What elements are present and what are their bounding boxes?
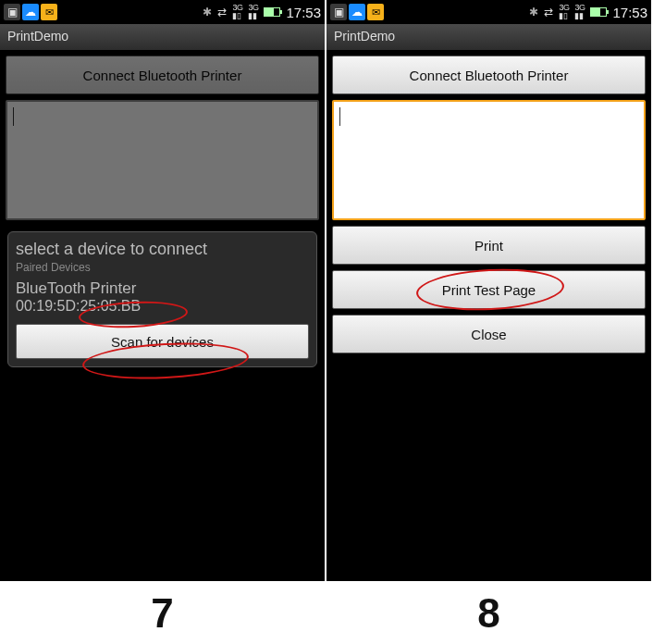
dialog-title: select a device to connect	[16, 240, 309, 259]
close-button[interactable]: Close	[332, 315, 646, 353]
print-test-page-button[interactable]: Print Test Page	[332, 270, 646, 309]
signal-3g-1-icon: 3G▮▯	[559, 4, 569, 20]
paired-device-address: 00:19:5D:25:05:BB	[16, 298, 309, 315]
bluetooth-icon: ✱	[529, 6, 538, 19]
gallery-icon: ▣	[4, 4, 20, 20]
dialog-subtitle: Paired Devices	[16, 261, 309, 274]
print-text-input[interactable]	[6, 100, 319, 220]
bluetooth-icon: ✱	[203, 6, 212, 19]
device-select-dialog: select a device to connect Paired Device…	[7, 231, 317, 367]
gallery-icon: ▣	[330, 4, 347, 20]
mail-icon: ✉	[367, 4, 384, 20]
app-title: PrintDemo	[0, 24, 325, 50]
signal-3g-1-icon: 3G▮▯	[232, 4, 242, 20]
phone-screen-7: ▣ ☁ ✉ ✱ ⇄ 3G▮▯ 3G▮▮ 17:53 PrintDemo Conn…	[0, 0, 325, 581]
status-bar: ▣ ☁ ✉ ✱ ⇄ 3G▮▯ 3G▮▮ 17:53	[326, 0, 651, 24]
wifi-p2p-icon: ⇄	[544, 6, 553, 19]
clock: 17:53	[612, 5, 647, 20]
signal-3g-2-icon: 3G▮▮	[248, 4, 258, 20]
battery-icon	[264, 7, 280, 17]
print-test-page-label: Print Test Page	[442, 282, 536, 298]
battery-icon	[590, 7, 607, 17]
status-bar: ▣ ☁ ✉ ✱ ⇄ 3G▮▯ 3G▮▮ 17:53	[0, 0, 325, 24]
print-button[interactable]: Print	[332, 226, 646, 265]
phone-screen-8: ▣ ☁ ✉ ✱ ⇄ 3G▮▯ 3G▮▮ 17:53 PrintDemo Conn…	[326, 0, 651, 581]
signal-3g-2-icon: 3G▮▮	[574, 4, 585, 20]
scan-devices-button[interactable]: Scan for devices	[16, 324, 309, 359]
connect-bluetooth-button[interactable]: Connect Bluetooth Printer	[6, 56, 319, 94]
figure-label-7: 7	[0, 590, 325, 637]
wifi-p2p-icon: ⇄	[217, 6, 227, 19]
connect-bluetooth-button[interactable]: Connect Bluetooth Printer	[332, 56, 646, 94]
cloud-icon: ☁	[349, 4, 365, 20]
clock: 17:53	[286, 5, 321, 20]
figure-labels: 7 8	[0, 590, 653, 637]
mail-icon: ✉	[41, 4, 57, 20]
app-title: PrintDemo	[326, 24, 651, 50]
print-text-input[interactable]	[332, 100, 646, 220]
figure-label-8: 8	[326, 590, 651, 637]
cloud-icon: ☁	[22, 4, 39, 20]
paired-device-name[interactable]: BlueTooth Printer	[16, 279, 309, 298]
